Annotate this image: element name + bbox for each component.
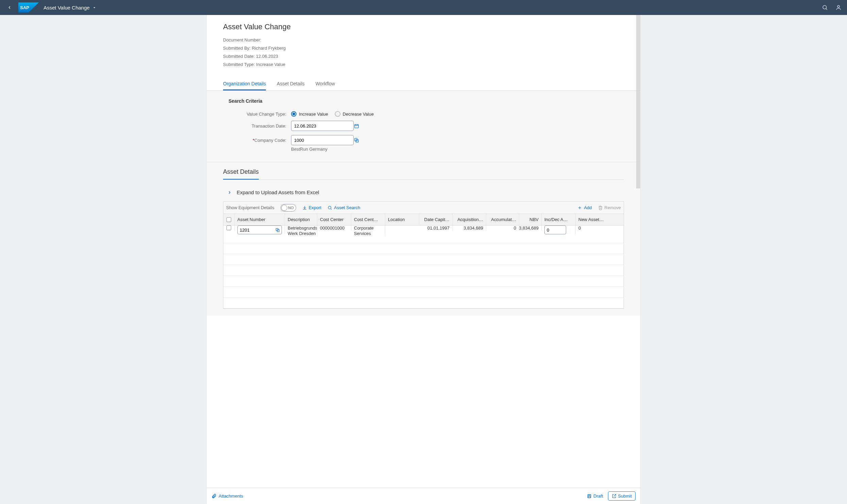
search-icon	[327, 205, 332, 210]
export-label: Export	[309, 205, 322, 210]
radio-decrease-value[interactable]: Decrease Value	[335, 111, 374, 117]
export-button[interactable]: Export	[302, 205, 322, 210]
col-nbv[interactable]: NBV	[519, 214, 542, 225]
page-footer: Attachments Draft Submit	[207, 488, 640, 504]
col-location[interactable]: Location	[385, 214, 419, 225]
col-cost-center[interactable]: Cost Center	[317, 214, 351, 225]
svg-marker-2	[93, 7, 95, 8]
expand-upload-label: Expand to Upload Assets from Excel	[237, 189, 319, 195]
table-row	[223, 287, 624, 298]
draft-label: Draft	[593, 493, 603, 499]
svg-rect-21	[589, 494, 590, 495]
asset-number-field[interactable]	[237, 225, 282, 234]
cell-cost-center: 0000001000	[317, 225, 351, 231]
inc-dec-input[interactable]	[544, 225, 566, 234]
submitted-date-value: 12.06.2023	[256, 52, 278, 61]
download-icon	[302, 205, 307, 210]
shell-title[interactable]: Asset Value Change	[44, 5, 96, 11]
asset-number-input[interactable]	[238, 228, 273, 233]
row-select-cell[interactable]	[223, 225, 235, 230]
user-icon[interactable]	[835, 4, 842, 11]
col-asset-number[interactable]: Asset Number	[235, 214, 285, 225]
plus-icon	[577, 205, 582, 210]
value-help-icon[interactable]	[273, 228, 282, 232]
doc-number-label: Document Number:	[223, 36, 261, 44]
asset-details-section: Asset Details Expand to Upload Assets fr…	[207, 162, 640, 316]
svg-line-4	[826, 9, 827, 10]
save-icon	[587, 494, 592, 499]
remove-button[interactable]: Remove	[598, 205, 621, 210]
draft-button[interactable]: Draft	[587, 493, 603, 499]
company-code-text: BestRun Germany	[291, 147, 624, 152]
value-change-type-label: Value Change Type:	[223, 112, 291, 117]
cell-cost-center-name: Corporate Services	[351, 225, 385, 236]
col-inc-dec[interactable]: Inc/Dec A…	[542, 214, 576, 225]
col-acquisition[interactable]: Acquisition…	[453, 214, 486, 225]
submitted-by-value: Richard Frykberg	[252, 44, 286, 52]
tab-workflow[interactable]: Workflow	[316, 81, 335, 90]
shell-title-text: Asset Value Change	[44, 5, 90, 11]
checkbox-icon	[226, 225, 231, 230]
calendar-icon[interactable]	[354, 121, 359, 131]
paperclip-icon	[211, 493, 217, 499]
svg-text:SAP: SAP	[20, 5, 29, 10]
submitted-type-value: Increase Value	[256, 61, 285, 69]
transaction-date-input[interactable]	[291, 121, 354, 131]
object-header: Asset Value Change Document Number: Subm…	[207, 15, 640, 72]
scrollbar[interactable]	[636, 15, 640, 188]
table-row	[223, 265, 624, 276]
transaction-date-label: Transaction Date:	[223, 123, 291, 129]
show-equipment-toggle[interactable]: NO	[281, 204, 296, 212]
search-icon[interactable]	[822, 4, 828, 11]
svg-line-15	[331, 208, 332, 209]
company-code-label: *Company Code:	[223, 138, 291, 143]
cell-acquisition: 3,834,689	[453, 225, 486, 231]
company-code-field[interactable]	[291, 135, 354, 145]
attachments-label: Attachments	[219, 493, 243, 499]
asset-details-title: Asset Details	[223, 168, 259, 180]
add-button[interactable]: Add	[577, 205, 592, 210]
chevron-right-icon	[227, 190, 232, 195]
asset-search-button[interactable]: Asset Search	[327, 205, 360, 210]
svg-point-14	[328, 206, 331, 209]
radio-icon	[335, 111, 340, 117]
show-equipment-label: Show Equipment Details	[226, 205, 274, 210]
toggle-no-label: NO	[288, 206, 294, 210]
chevron-down-icon	[92, 6, 96, 10]
value-help-icon[interactable]	[354, 135, 359, 145]
remove-label: Remove	[605, 205, 621, 210]
table-row	[223, 243, 624, 254]
attachments-button[interactable]: Attachments	[211, 493, 243, 499]
table-row	[223, 276, 624, 287]
col-date-capitalized[interactable]: Date Capit…	[419, 214, 453, 225]
asset-table: Asset Number Description Cost Center Cos…	[223, 214, 624, 309]
radio-increase-value[interactable]: Increase Value	[291, 111, 328, 117]
expand-upload-row[interactable]: Expand to Upload Assets from Excel	[223, 187, 624, 201]
tab-organization-details[interactable]: Organization Details	[223, 81, 266, 90]
sap-logo: SAP	[18, 2, 39, 13]
col-cost-center-name[interactable]: Cost Cent…	[351, 214, 385, 225]
col-new-asset[interactable]: New Asset…	[576, 214, 608, 225]
col-description[interactable]: Description	[285, 214, 317, 225]
table-toolbar: Show Equipment Details NO Export Asset S…	[223, 201, 624, 214]
table-row: Betriebsgrundstück Werk Dresden 00000010…	[223, 225, 624, 243]
submit-label: Submit	[618, 493, 632, 499]
add-label: Add	[584, 205, 592, 210]
svg-point-5	[837, 5, 840, 7]
back-button[interactable]	[5, 3, 14, 12]
col-accumulated-dep[interactable]: Accumulat…	[486, 214, 519, 225]
tab-bar: Organization Details Asset Details Workf…	[207, 72, 640, 91]
tab-asset-details[interactable]: Asset Details	[277, 81, 305, 90]
submit-button[interactable]: Submit	[608, 491, 636, 501]
shell-header: SAP Asset Value Change	[0, 0, 847, 15]
transaction-date-field[interactable]	[291, 121, 354, 131]
svg-rect-6	[355, 124, 358, 128]
toggle-knob	[281, 205, 287, 211]
asset-search-label: Asset Search	[334, 205, 360, 210]
company-code-input[interactable]	[291, 135, 354, 145]
svg-rect-22	[588, 496, 590, 498]
table-row	[223, 298, 624, 308]
share-icon	[612, 494, 616, 499]
radio-icon	[291, 111, 297, 117]
select-all-cell[interactable]	[223, 214, 235, 225]
